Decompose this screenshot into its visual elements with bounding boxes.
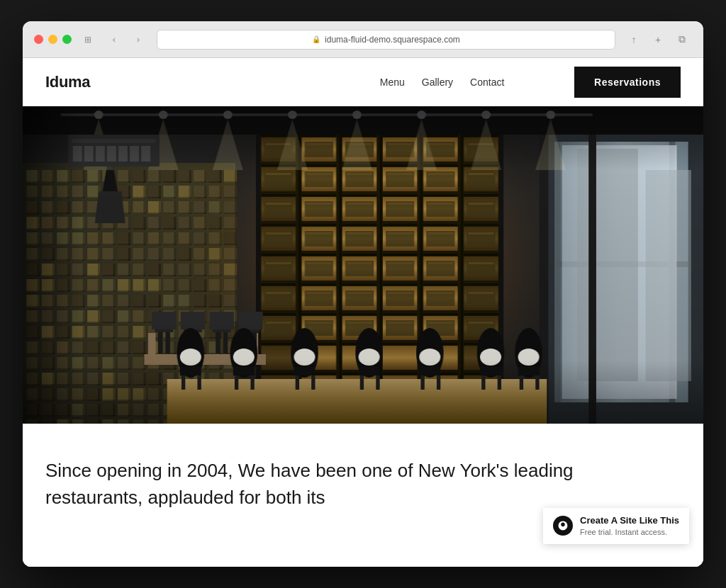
squarespace-badge-text: Create A Site Like This Free trial. Inst… — [580, 515, 679, 537]
body-text: Since opening in 2004, We have been one … — [45, 458, 584, 511]
traffic-lights — [34, 35, 72, 44]
hero-canvas — [23, 106, 703, 424]
minimize-button[interactable] — [48, 35, 57, 44]
add-tab-button[interactable]: + — [648, 32, 668, 47]
forward-button[interactable]: › — [128, 32, 148, 47]
share-button[interactable]: ↑ — [624, 32, 644, 47]
reservations-button[interactable]: Reservations — [574, 67, 681, 98]
nav-links: Menu Gallery Contact — [310, 77, 574, 88]
browser-nav-controls: ‹ › — [104, 32, 148, 47]
site-body: Since opening in 2004, We have been one … — [23, 424, 703, 567]
browser-chrome: ⊞ ‹ › 🔒 iduma-fluid-demo.squarespace.com… — [23, 21, 703, 58]
address-bar[interactable]: 🔒 iduma-fluid-demo.squarespace.com — [157, 30, 615, 50]
website-content: Iduma Menu Gallery Contact Reservations … — [23, 58, 703, 567]
hero-image — [23, 106, 703, 424]
url-text: iduma-fluid-demo.squarespace.com — [325, 35, 460, 45]
site-logo: Iduma — [45, 73, 310, 91]
nav-contact-link[interactable]: Contact — [470, 77, 504, 88]
browser-window: ⊞ ‹ › 🔒 iduma-fluid-demo.squarespace.com… — [23, 21, 703, 567]
browser-action-buttons: ↑ + ⧉ — [624, 32, 692, 47]
squarespace-logo-icon — [553, 516, 573, 536]
site-navigation: Iduma Menu Gallery Contact Reservations — [23, 58, 703, 106]
multi-tab-button[interactable]: ⧉ — [672, 32, 692, 47]
window-layout-icon[interactable]: ⊞ — [80, 32, 96, 47]
squarespace-sub-text: Free trial. Instant access. — [580, 527, 679, 537]
squarespace-main-text: Create A Site Like This — [580, 515, 679, 527]
nav-menu-link[interactable]: Menu — [380, 77, 405, 88]
nav-gallery-link[interactable]: Gallery — [422, 77, 453, 88]
back-button[interactable]: ‹ — [104, 32, 124, 47]
squarespace-badge[interactable]: Create A Site Like This Free trial. Inst… — [543, 508, 689, 544]
fullscreen-button[interactable] — [62, 35, 72, 44]
close-button[interactable] — [34, 35, 43, 44]
lock-icon: 🔒 — [312, 35, 320, 43]
